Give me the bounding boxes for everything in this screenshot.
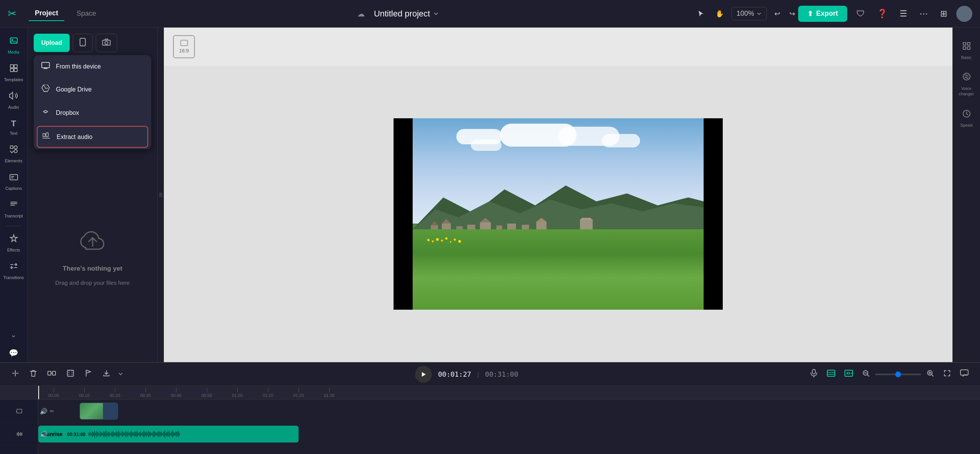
audio-clip[interactable]: Sunrise 00:31:00 bbox=[38, 426, 299, 443]
sidebar-item-collapse[interactable]: ⌄ bbox=[1, 325, 27, 344]
wave-bar bbox=[94, 431, 95, 438]
delete-tool[interactable] bbox=[28, 367, 39, 381]
video-volume-icon[interactable]: 🔊 bbox=[40, 407, 47, 415]
zoom-slider[interactable] bbox=[875, 374, 921, 375]
svg-point-23 bbox=[161, 193, 162, 194]
black-bar-right bbox=[704, 118, 723, 310]
track-type-1[interactable] bbox=[825, 367, 838, 381]
help-icon[interactable]: ❓ bbox=[874, 6, 890, 22]
resize-handle[interactable] bbox=[158, 28, 164, 362]
wave-bar bbox=[92, 431, 93, 437]
wave-bar bbox=[131, 431, 132, 438]
export-button[interactable]: ⬆ Export bbox=[798, 6, 847, 22]
project-tab[interactable]: Project bbox=[29, 6, 64, 21]
hand-tool[interactable]: ✋ bbox=[712, 7, 727, 21]
extract-audio-item[interactable]: Extract audio bbox=[37, 126, 148, 148]
split-tool[interactable] bbox=[9, 367, 21, 381]
sidebar-item-elements[interactable]: Elements bbox=[1, 140, 27, 168]
wave-bar bbox=[172, 431, 173, 438]
from-device-item[interactable]: From this device bbox=[34, 55, 151, 78]
track-type-2[interactable] bbox=[842, 367, 855, 381]
sidebar-item-comment[interactable]: 💬 bbox=[1, 344, 27, 362]
undo-redo-group: ↩ ↪ bbox=[771, 7, 798, 21]
extract-audio-icon bbox=[42, 132, 51, 142]
wave-bar bbox=[105, 432, 105, 436]
flower bbox=[445, 237, 448, 240]
flower bbox=[441, 240, 443, 242]
play-button[interactable] bbox=[415, 366, 432, 383]
crop-tool[interactable] bbox=[64, 367, 77, 381]
toolbar-tools: ✋ 100% ↩ ↪ bbox=[694, 7, 798, 21]
sidebar-item-transitions[interactable]: Transitions bbox=[1, 257, 27, 284]
project-name-display[interactable]: Untitled project bbox=[374, 9, 439, 19]
timeline-toolbar: 00:01:27 | 00:31:00 bbox=[0, 363, 980, 386]
sidebar-item-transcript[interactable]: Transcript bbox=[1, 195, 27, 223]
wave-bar bbox=[107, 433, 108, 436]
more-options-icon[interactable]: ⋯ bbox=[916, 6, 931, 22]
video-clip[interactable] bbox=[80, 403, 118, 420]
elements-label: Elements bbox=[5, 158, 23, 163]
video-edit-icon[interactable]: ✏ bbox=[50, 407, 54, 415]
undo-button[interactable]: ↩ bbox=[771, 7, 783, 21]
space-tab[interactable]: Space bbox=[70, 6, 102, 21]
redo-button[interactable]: ↪ bbox=[786, 7, 798, 21]
wave-bar bbox=[95, 433, 96, 436]
download-chevron[interactable] bbox=[116, 367, 126, 381]
upload-tab[interactable]: Upload bbox=[34, 34, 70, 52]
comment-button[interactable] bbox=[958, 367, 971, 381]
aspect-ratio-icon bbox=[180, 40, 188, 47]
sidebar-item-text[interactable]: T Text bbox=[1, 114, 27, 140]
ripple-tool[interactable] bbox=[45, 367, 58, 381]
sidebar-item-captions[interactable]: Captions bbox=[1, 168, 27, 195]
audio-volume-icon[interactable]: 🔊 bbox=[40, 430, 47, 438]
flower bbox=[454, 238, 456, 241]
wave-bar bbox=[110, 433, 111, 435]
export-cloud-icon: ⬆ bbox=[807, 10, 813, 18]
select-tool[interactable] bbox=[694, 7, 708, 21]
right-item-speed[interactable]: Speed bbox=[957, 103, 976, 134]
aspect-ratio-box[interactable]: 16:9 bbox=[173, 35, 195, 58]
wave-bar bbox=[96, 431, 97, 437]
list-icon[interactable]: ☰ bbox=[897, 6, 910, 22]
meadow-layer bbox=[413, 229, 704, 310]
wave-bar bbox=[115, 433, 116, 436]
shield-icon[interactable]: 🛡 bbox=[853, 6, 868, 22]
zoom-in-button[interactable] bbox=[924, 367, 936, 381]
logo-icon[interactable]: ✂ bbox=[8, 7, 16, 20]
speed-icon bbox=[962, 109, 971, 121]
flower bbox=[432, 240, 434, 242]
zoom-out-button[interactable] bbox=[860, 367, 872, 381]
wave-bar bbox=[140, 431, 141, 437]
fullscreen-button[interactable] bbox=[941, 367, 953, 381]
flag-tool[interactable] bbox=[83, 367, 94, 381]
dropbox-item[interactable]: Dropbox bbox=[34, 101, 151, 124]
avatar[interactable] bbox=[956, 6, 972, 22]
wave-bar bbox=[160, 432, 160, 436]
wave-bar bbox=[121, 433, 121, 435]
tracks-area: 🔊 ✏ 🔊 Su bbox=[0, 400, 980, 454]
mic-button[interactable] bbox=[808, 367, 820, 382]
right-item-voice-changer[interactable]: Voice changer bbox=[953, 66, 980, 103]
voice-changer-label: Voice changer bbox=[956, 86, 977, 97]
sidebar-item-templates[interactable]: Templates bbox=[1, 59, 27, 87]
zoom-control[interactable]: 100% bbox=[732, 7, 767, 20]
sidebar-item-media[interactable]: Media bbox=[1, 31, 27, 59]
mobile-tab[interactable] bbox=[73, 34, 93, 52]
google-drive-item[interactable]: Google Drive bbox=[34, 78, 151, 101]
camera-tab[interactable] bbox=[96, 34, 117, 52]
layout-toggle-icon[interactable]: ⊞ bbox=[937, 6, 950, 22]
wave-bar bbox=[177, 432, 178, 436]
timeline-area: 00:01:27 | 00:31:00 bbox=[0, 362, 980, 454]
download-tool[interactable] bbox=[100, 367, 113, 381]
svg-rect-44 bbox=[963, 42, 966, 45]
wave-bar bbox=[130, 432, 131, 436]
wave-bar bbox=[152, 433, 152, 435]
wave-bar bbox=[139, 432, 140, 436]
audio-label: Audio bbox=[8, 105, 19, 109]
sidebar-item-audio[interactable]: Audio bbox=[1, 87, 27, 114]
sidebar-item-effects[interactable]: Effects bbox=[1, 229, 27, 257]
speed-label: Speed bbox=[960, 123, 973, 127]
right-item-basic[interactable]: Basic bbox=[958, 35, 975, 66]
svg-marker-36 bbox=[480, 218, 491, 222]
transcript-label: Transcript bbox=[4, 214, 23, 218]
